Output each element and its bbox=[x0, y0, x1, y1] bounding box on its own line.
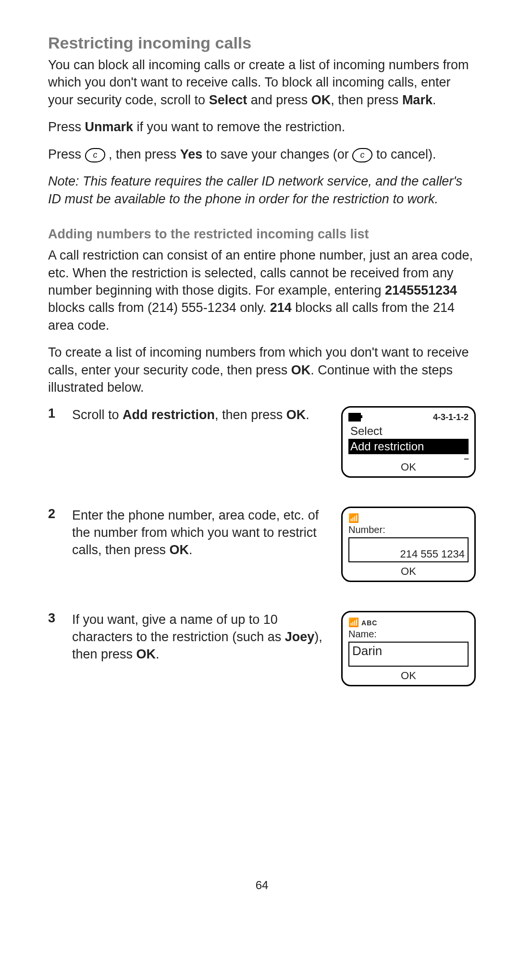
phone-menu-item-selected: Add restriction bbox=[348, 439, 469, 454]
step-1-row: 1 Scroll to Add restriction, then press … bbox=[48, 406, 476, 478]
text: Press bbox=[48, 120, 85, 134]
menu-path: 4-3-1-1-2 bbox=[433, 412, 469, 422]
paragraph-unmark: Press Unmark if you want to remove the r… bbox=[48, 118, 476, 136]
phone-topbar: 📶 ABC bbox=[348, 617, 469, 628]
step-number: 1 bbox=[48, 406, 62, 421]
paragraph-save: Press c , then press Yes to save your ch… bbox=[48, 146, 476, 163]
scroll-indicator-icon: ▁ bbox=[348, 454, 469, 458]
manual-page: Restricting incoming calls You can block… bbox=[0, 0, 519, 921]
section-title: Restricting incoming calls bbox=[48, 34, 476, 52]
bold-unmark: Unmark bbox=[85, 120, 134, 134]
note-paragraph: Note: This feature requires the caller I… bbox=[48, 173, 476, 208]
text: to cancel). bbox=[376, 147, 436, 161]
text: Press bbox=[48, 147, 85, 161]
bold-number-area: 214 bbox=[270, 300, 292, 315]
bold-select: Select bbox=[209, 93, 247, 107]
bold-mark: Mark bbox=[402, 93, 432, 107]
step-text: Scroll to Add restriction, then press OK… bbox=[72, 406, 332, 423]
battery-icon bbox=[348, 413, 361, 422]
c-key-icon: c bbox=[84, 148, 106, 162]
text: . bbox=[432, 93, 436, 107]
bold-add-restriction: Add restriction bbox=[123, 408, 215, 422]
text: , then press bbox=[109, 147, 180, 161]
text: , then press bbox=[215, 408, 286, 422]
c-key-icon: c bbox=[352, 148, 373, 162]
bold-ok: OK bbox=[170, 543, 189, 557]
phone-softkey: OK bbox=[348, 565, 469, 578]
bold-number-full: 2145551234 bbox=[385, 283, 457, 298]
text: and press bbox=[247, 93, 311, 107]
phone-softkey: OK bbox=[348, 670, 469, 682]
phone-topbar: 📶 bbox=[348, 513, 469, 523]
bold-ok: OK bbox=[311, 93, 331, 107]
phone-softkey: OK bbox=[348, 461, 469, 473]
text: . bbox=[189, 543, 193, 557]
text: . bbox=[156, 647, 160, 661]
bold-yes: Yes bbox=[180, 147, 203, 161]
step-number: 2 bbox=[48, 507, 62, 521]
phone-screen-2: 📶 Number: 214 555 1234 OK bbox=[341, 507, 476, 582]
bold-ok: OK bbox=[291, 363, 311, 377]
text: . bbox=[306, 408, 309, 422]
phone-field-label: Number: bbox=[348, 524, 469, 535]
phone-name-input: Darin bbox=[348, 642, 469, 667]
paragraph-create-list: To create a list of incoming numbers fro… bbox=[48, 344, 476, 396]
phone-menu-item: Select bbox=[348, 423, 469, 439]
paragraph-restriction-explain: A call restriction can consist of an ent… bbox=[48, 247, 476, 334]
phone-number-input: 214 555 1234 bbox=[348, 537, 469, 562]
text: Add restriction bbox=[350, 440, 424, 453]
subsection-title: Adding numbers to the restricted incomin… bbox=[48, 227, 476, 242]
step-text: If you want, give a name of up to 10 cha… bbox=[72, 611, 332, 663]
antenna-icon: 📶 bbox=[348, 513, 359, 523]
text: to save your changes (or bbox=[202, 147, 352, 161]
phone-topbar: 4-3-1-1-2 bbox=[348, 412, 469, 422]
step-2-row: 2 Enter the phone number, area code, etc… bbox=[48, 507, 476, 582]
bold-joey: Joey bbox=[285, 630, 315, 644]
text: Enter the phone number, area code, etc. … bbox=[72, 508, 319, 558]
bold-ok: OK bbox=[136, 647, 156, 661]
text-mode-indicator: 📶 ABC bbox=[348, 617, 377, 628]
text: , then press bbox=[331, 93, 402, 107]
text: Scroll to bbox=[72, 408, 123, 422]
text: if you want to remove the restriction. bbox=[133, 120, 345, 134]
text: blocks calls from (214) 555-1234 only. bbox=[48, 300, 270, 315]
bold-ok: OK bbox=[286, 408, 306, 422]
phone-field-label: Name: bbox=[348, 629, 469, 640]
phone-screen-3: 📶 ABC Name: Darin OK bbox=[341, 611, 476, 686]
paragraph-intro: You can block all incoming calls or crea… bbox=[48, 56, 476, 109]
step-text: Enter the phone number, area code, etc. … bbox=[72, 507, 332, 559]
step-number: 3 bbox=[48, 611, 62, 626]
page-number: 64 bbox=[48, 879, 476, 892]
step-3-row: 3 If you want, give a name of up to 10 c… bbox=[48, 611, 476, 686]
text: If you want, give a name of up to 10 cha… bbox=[72, 612, 285, 644]
phone-screen-1: 4-3-1-1-2 Select Add restriction ▁ OK bbox=[341, 406, 476, 478]
